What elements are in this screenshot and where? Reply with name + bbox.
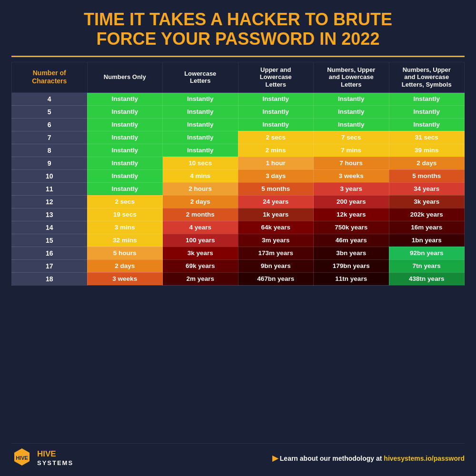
cell-value: 2 months: [163, 208, 238, 221]
cell-value: 3k years: [389, 195, 465, 208]
cell-value: 4 years: [163, 221, 238, 234]
cell-chars: 15: [12, 234, 88, 247]
cell-chars: 16: [12, 247, 88, 259]
cell-value: Instantly: [87, 118, 163, 131]
table-row: 165 hours3k years173m years3bn years92bn…: [12, 247, 465, 259]
cell-value: Instantly: [238, 92, 314, 105]
cell-value: 2 days: [163, 195, 238, 208]
cell-value: 202k years: [389, 208, 465, 221]
cell-chars: 10: [12, 169, 88, 182]
col-header-lowercase: LowercaseLetters: [163, 62, 238, 92]
cell-value: 179bn years: [314, 259, 389, 272]
cell-value: 32 mins: [87, 234, 163, 247]
svg-text:HIVE: HIVE: [16, 455, 28, 461]
cell-value: Instantly: [389, 118, 465, 131]
cell-value: Instantly: [87, 105, 163, 118]
cell-value: 467bn years: [238, 272, 314, 285]
footer-link-url[interactable]: hivesystems.io/password: [384, 455, 465, 462]
cell-chars: 5: [12, 105, 88, 118]
cell-value: 64k years: [238, 221, 314, 234]
cell-value: 1k years: [238, 208, 314, 221]
cell-value: 24 years: [238, 195, 314, 208]
table-row: 9Instantly10 secs1 hour7 hours2 days: [12, 157, 465, 169]
table-row: 7InstantlyInstantly2 secs7 secs31 secs: [12, 131, 465, 144]
cell-value: 3m years: [238, 234, 314, 247]
col-header-numbers: Numbers Only: [87, 62, 163, 92]
cell-value: Instantly: [238, 105, 314, 118]
cell-chars: 13: [12, 208, 88, 221]
table-row: 122 secs2 days24 years200 years3k years: [12, 195, 465, 208]
page-title: TIME IT TAKES A HACKER TO BRUTE FORCE YO…: [11, 10, 465, 49]
cell-value: Instantly: [314, 118, 389, 131]
table-row: 172 days69k years9bn years179bn years7tn…: [12, 259, 465, 272]
table-row: 4InstantlyInstantlyInstantlyInstantlyIns…: [12, 92, 465, 105]
col-header-all: Numbers, Upperand LowercaseLetters, Symb…: [389, 62, 465, 92]
cell-value: 3 mins: [87, 221, 163, 234]
cell-value: Instantly: [314, 92, 389, 105]
table-row: 5InstantlyInstantlyInstantlyInstantlyIns…: [12, 105, 465, 118]
cell-value: 4 mins: [163, 169, 238, 182]
table-wrapper: Number ofCharacters Numbers Only Lowerca…: [11, 62, 465, 438]
password-table: Number ofCharacters Numbers Only Lowerca…: [11, 62, 465, 286]
table-row: 183 weeks2m years467bn years11tn years43…: [12, 272, 465, 285]
title-year: 2022: [341, 29, 379, 49]
cell-value: 173m years: [238, 247, 314, 259]
cell-value: 2 secs: [87, 195, 163, 208]
table-row: 8InstantlyInstantly2 mins7 mins39 mins: [12, 144, 465, 157]
cell-value: 100 years: [163, 234, 238, 247]
cell-value: 34 years: [389, 182, 465, 195]
cell-value: Instantly: [163, 144, 238, 157]
cell-value: 46m years: [314, 234, 389, 247]
cell-value: 19 secs: [87, 208, 163, 221]
col-header-chars: Number ofCharacters: [12, 62, 88, 92]
table-row: 11Instantly2 hours5 months3 years34 year…: [12, 182, 465, 195]
cell-value: Instantly: [163, 105, 238, 118]
table-row: 1319 secs2 months1k years12k years202k y…: [12, 208, 465, 221]
cell-value: 2 days: [389, 157, 465, 169]
cell-value: 11tn years: [314, 272, 389, 285]
cell-value: 69k years: [163, 259, 238, 272]
cell-value: 1 hour: [238, 157, 314, 169]
footer-methodology-link[interactable]: ▶ Learn about our methodology at hivesys…: [272, 454, 465, 463]
table-row: 1532 mins100 years3m years46m years1bn y…: [12, 234, 465, 247]
cell-value: 7tn years: [389, 259, 465, 272]
footer: HIVE HIVE SYSTEMS ▶ Learn about our meth…: [11, 443, 465, 468]
table-header-row: Number ofCharacters Numbers Only Lowerca…: [12, 62, 465, 92]
cell-value: 2 secs: [238, 131, 314, 144]
cell-value: 16m years: [389, 221, 465, 234]
cell-value: Instantly: [87, 157, 163, 169]
cell-value: 200 years: [314, 195, 389, 208]
title-line1: TIME IT TAKES A HACKER TO BRUTE: [84, 10, 392, 29]
cell-chars: 18: [12, 272, 88, 285]
table-row: 143 mins4 years64k years750k years16m ye…: [12, 221, 465, 234]
cell-value: 7 hours: [314, 157, 389, 169]
cell-value: 2m years: [163, 272, 238, 285]
cell-value: 438tn years: [389, 272, 465, 285]
cell-chars: 12: [12, 195, 88, 208]
cell-value: 2 mins: [238, 144, 314, 157]
cell-value: 7 secs: [314, 131, 389, 144]
cell-chars: 9: [12, 157, 88, 169]
cell-chars: 4: [12, 92, 88, 105]
footer-brand-text: HIVE SYSTEMS: [37, 449, 73, 467]
cell-value: 3 years: [314, 182, 389, 195]
cell-value: 1bn years: [389, 234, 465, 247]
cell-value: Instantly: [163, 131, 238, 144]
cell-value: 3bn years: [314, 247, 389, 259]
title-divider: [11, 56, 465, 57]
cell-chars: 14: [12, 221, 88, 234]
cell-value: Instantly: [87, 144, 163, 157]
cell-value: 5 months: [389, 169, 465, 182]
hive-logo-icon: HIVE: [11, 447, 32, 468]
cell-value: Instantly: [87, 182, 163, 195]
cell-chars: 8: [12, 144, 88, 157]
table-row: 10Instantly4 mins3 days3 weeks5 months: [12, 169, 465, 182]
col-header-upper-lower: Upper andLowercaseLetters: [238, 62, 314, 92]
cell-value: 7 mins: [314, 144, 389, 157]
cell-value: 10 secs: [163, 157, 238, 169]
cell-value: 12k years: [314, 208, 389, 221]
footer-link-prefix: Learn about our methodology at: [280, 455, 384, 462]
cell-value: 3 weeks: [87, 272, 163, 285]
cell-value: Instantly: [389, 92, 465, 105]
cell-chars: 7: [12, 131, 88, 144]
